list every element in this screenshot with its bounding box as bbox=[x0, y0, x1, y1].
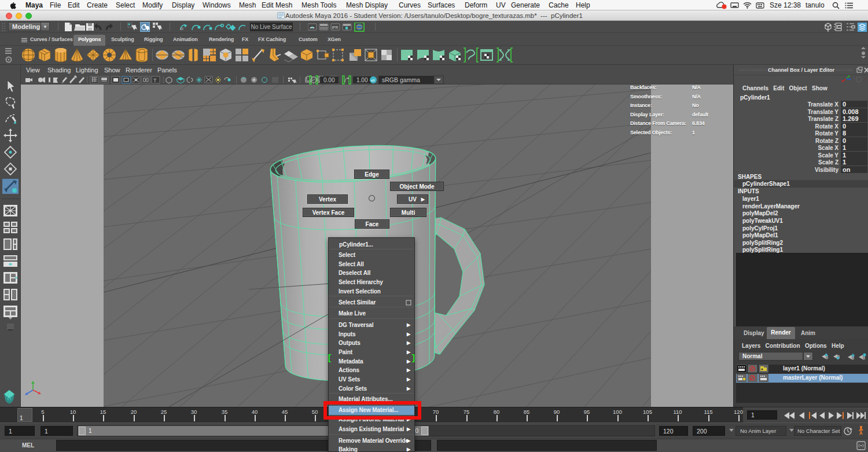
svg-text:T: T bbox=[153, 78, 157, 83]
svg-text:1.00: 1.00 bbox=[356, 77, 368, 83]
svg-text:0.00: 0.00 bbox=[323, 77, 335, 83]
svg-text:sR: sR bbox=[371, 79, 376, 82]
svg-text:sRGB gamma: sRGB gamma bbox=[382, 76, 420, 83]
svg-text:IPR: IPR bbox=[332, 25, 339, 30]
